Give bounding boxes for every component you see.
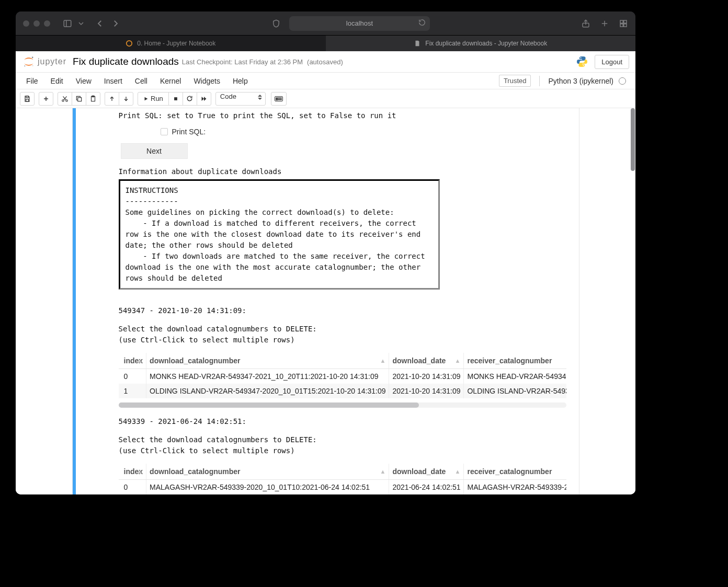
run-button[interactable]: Run — [138, 92, 169, 106]
svg-line-19 — [64, 96, 67, 100]
data-table-wrap: index▲ download_catalognumber▲ download_… — [119, 464, 566, 494]
celltype-select[interactable]: Code — [215, 92, 266, 106]
window-controls — [23, 20, 50, 27]
vertical-scrollbar-thumb[interactable] — [631, 108, 635, 171]
col-download-date[interactable]: download_date▲ — [389, 464, 464, 480]
svg-rect-34 — [278, 99, 281, 100]
scrollbar-thumb[interactable] — [119, 402, 419, 408]
tab-overview-icon[interactable] — [619, 19, 628, 28]
add-cell-button[interactable] — [39, 92, 53, 106]
next-button-label: Next — [146, 147, 162, 155]
page-viewport: jupyter Fix duplicate downloads Last Che… — [16, 51, 635, 494]
python-icon — [576, 55, 588, 68]
browser-tab-notebook[interactable]: Fix duplicate downloads - Jupyter Notebo… — [326, 36, 636, 51]
notebook-body: Print SQL: set to True to print the SQL,… — [16, 108, 635, 494]
browser-tab-label: Fix duplicate downloads - Jupyter Notebo… — [425, 40, 547, 47]
copy-button[interactable] — [72, 92, 86, 106]
share-icon[interactable] — [581, 19, 590, 28]
col-receiver-catalognumber[interactable]: receiver_catalognumber — [464, 353, 566, 369]
maximize-window-button[interactable] — [44, 20, 50, 27]
group-header: 549347 - 2021-10-20 14:31:09: — [119, 305, 576, 316]
restart-button[interactable] — [183, 92, 197, 106]
table-row[interactable]: 0 MONKS HEAD-VR2AR-549347-2021_10_20T11:… — [119, 369, 566, 384]
col-index[interactable]: index▲ — [119, 353, 146, 369]
menu-kernel[interactable]: Kernel — [154, 75, 187, 87]
svg-rect-7 — [620, 24, 623, 26]
reload-icon[interactable] — [418, 19, 426, 28]
svg-rect-33 — [276, 99, 277, 100]
run-label: Run — [151, 95, 163, 102]
next-button[interactable]: Next — [121, 143, 188, 159]
trusted-indicator[interactable]: Trusted — [499, 75, 531, 87]
group-header: 549339 - 2021-06-24 14:02:51: — [119, 416, 576, 427]
svg-rect-32 — [278, 98, 281, 98]
new-tab-icon[interactable] — [600, 19, 609, 28]
browser-tab-home[interactable]: 0. Home - Jupyter Notebook — [16, 36, 326, 51]
col-download-catalognumber[interactable]: download_catalognumber▲ — [146, 353, 389, 369]
move-up-button[interactable] — [105, 92, 119, 106]
svg-point-10 — [32, 56, 33, 58]
command-palette-button[interactable] — [271, 92, 287, 106]
notebook-container: Print SQL: set to True to print the SQL,… — [72, 108, 579, 494]
restart-run-all-button[interactable] — [197, 92, 211, 106]
logout-button[interactable]: Logout — [595, 55, 629, 69]
celltype-value: Code — [220, 93, 236, 100]
jupyter-logo-text: jupyter — [38, 57, 66, 66]
data-table: index▲ download_catalognumber▲ download_… — [119, 353, 566, 398]
checkpoint-text: Last Checkpoint: Last Friday at 2:36 PM — [182, 58, 303, 66]
svg-line-20 — [63, 96, 66, 100]
print-sql-checkbox[interactable] — [161, 128, 168, 135]
svg-rect-8 — [624, 24, 627, 26]
minimize-window-button[interactable] — [33, 20, 40, 27]
menu-widgets[interactable]: Widgets — [187, 75, 226, 87]
browser-tab-label: 0. Home - Jupyter Notebook — [137, 40, 215, 47]
svg-rect-6 — [624, 20, 627, 23]
print-sql-label: Print SQL: — [172, 128, 206, 136]
browser-tabstrip: 0. Home - Jupyter Notebook Fix duplicate… — [16, 36, 635, 51]
notebook-title[interactable]: Fix duplicate downloads — [73, 56, 179, 67]
cut-button[interactable] — [58, 92, 72, 106]
svg-point-11 — [24, 65, 25, 66]
paste-button[interactable] — [86, 92, 100, 106]
menu-file[interactable]: File — [20, 75, 44, 87]
col-receiver-catalognumber[interactable]: receiver_catalognumber — [464, 464, 566, 480]
instructions-text: INSTRUCTIONS ------------ Some guideline… — [126, 185, 433, 284]
privacy-shield-icon[interactable] — [271, 19, 281, 28]
kernel-name[interactable]: Python 3 (ipykernel) — [548, 77, 613, 85]
data-table: index▲ download_catalognumber▲ download_… — [119, 464, 566, 494]
table-row[interactable]: 0 MALAGASH-VR2AR-549339-2020_10_01T10:20… — [119, 480, 566, 495]
svg-rect-31 — [276, 98, 277, 99]
chevron-down-icon[interactable] — [78, 21, 84, 26]
svg-point-12 — [32, 65, 33, 66]
url-text: localhost — [346, 19, 373, 27]
menu-help[interactable]: Help — [226, 75, 254, 87]
move-down-button[interactable] — [119, 92, 133, 106]
svg-rect-21 — [78, 97, 82, 101]
col-download-date[interactable]: download_date▲ — [389, 353, 464, 369]
menu-view[interactable]: View — [70, 75, 98, 87]
svg-marker-28 — [201, 97, 204, 101]
titlebar: localhost — [16, 11, 635, 36]
close-window-button[interactable] — [23, 20, 29, 27]
svg-rect-27 — [174, 97, 177, 100]
forward-button[interactable] — [111, 19, 120, 28]
select-prompt: Select the download catalognumbers to DE… — [119, 324, 576, 346]
svg-rect-5 — [620, 20, 623, 23]
horizontal-scrollbar[interactable] — [119, 402, 566, 408]
svg-rect-0 — [64, 20, 71, 27]
back-button[interactable] — [95, 19, 105, 28]
menu-cell[interactable]: Cell — [129, 75, 154, 87]
print-sql-desc: Print SQL: set to True to print the SQL,… — [119, 110, 576, 121]
col-download-catalognumber[interactable]: download_catalognumber▲ — [146, 464, 389, 480]
svg-point-9 — [127, 41, 132, 47]
url-bar[interactable]: localhost — [289, 16, 430, 31]
svg-rect-13 — [26, 96, 29, 97]
save-button[interactable] — [20, 92, 35, 106]
jupyter-logo[interactable]: jupyter — [23, 56, 66, 67]
menu-edit[interactable]: Edit — [44, 75, 70, 87]
table-row[interactable]: 1 OLDING ISLAND-VR2AR-549347-2020_10_01T… — [119, 384, 566, 398]
col-index[interactable]: index▲ — [119, 464, 146, 480]
stop-button[interactable] — [168, 92, 183, 106]
sidebar-toggle-icon[interactable] — [63, 19, 72, 28]
menu-insert[interactable]: Insert — [98, 75, 129, 87]
